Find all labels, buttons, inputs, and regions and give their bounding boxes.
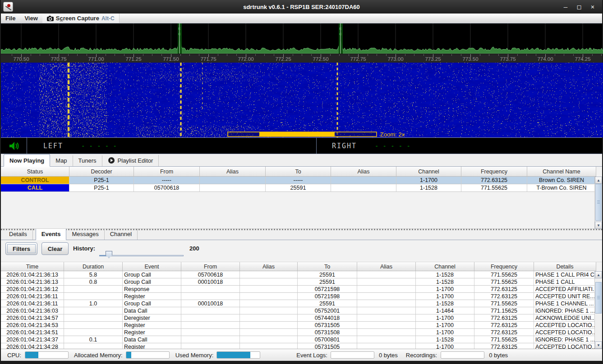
event-row[interactable]: 2026:01:04:21:34:28Register057315051-170… — [1, 343, 596, 349]
event-cell — [240, 271, 298, 278]
event-cell: 05700618 — [181, 271, 240, 278]
np-col-alias[interactable]: Alias — [331, 167, 396, 176]
tick-label: 771.25 — [125, 56, 141, 62]
np-cell: 771.55625 — [461, 184, 527, 191]
np-col-frequency[interactable]: Frequency — [461, 167, 527, 176]
event-cell: 772.63125 — [474, 329, 534, 336]
ev-col-event[interactable]: Event — [123, 262, 181, 271]
now-playing-row[interactable]: CONTROLP25-1----------1-1700772.63125Bro… — [1, 177, 596, 184]
ev-col-channel[interactable]: Channel — [416, 262, 474, 271]
ev-col-duration[interactable]: Duration — [64, 262, 123, 271]
cpu-label: CPU: — [7, 352, 21, 359]
scrollbar-thumb[interactable] — [595, 282, 602, 314]
menu-screen-capture[interactable]: Screen Capture Alt-C — [42, 14, 120, 23]
play-circle-icon — [108, 157, 115, 164]
scrollbar-thumb[interactable] — [595, 184, 602, 221]
minor-ticks — [12, 54, 602, 56]
event-cell: 2026:01:04:21:36:13 — [1, 278, 64, 285]
event-row[interactable]: 2026:01:04:21:34:370.1Data Call057008011… — [1, 336, 596, 343]
event-row[interactable]: 2026:01:04:21:34:51Register057315081-170… — [1, 329, 596, 336]
ev-col-to[interactable]: To — [298, 262, 357, 271]
event-cell: 1-1700 — [416, 314, 474, 321]
np-col-alias[interactable]: Alias — [200, 167, 266, 176]
np-cell: 05700618 — [134, 184, 200, 191]
events-header[interactable]: TimeDurationEventFromAliasToAliasChannel… — [1, 262, 596, 271]
spectrum-canvas: E C E C — [1, 23, 603, 54]
tab-playlist-editor[interactable]: Playlist Editor — [102, 155, 159, 166]
mute-button[interactable] — [1, 138, 27, 154]
audio-channel-right[interactable]: RIGHT - - - - - — [317, 138, 602, 154]
waterfall-canvas: Zoom: 2x — [1, 63, 603, 137]
np-cell: CALL — [1, 184, 69, 191]
tab-now-playing[interactable]: Now Playing — [4, 154, 50, 167]
tab-events[interactable]: Events — [36, 228, 67, 240]
event-cell: Response — [123, 286, 181, 292]
ev-col-frequency[interactable]: Frequency — [474, 262, 534, 271]
event-cell: 771.55625 — [474, 278, 534, 285]
np-col-to[interactable]: To — [266, 167, 331, 176]
audio-channel-left[interactable]: LEFT - - - - - — [27, 138, 317, 154]
tick-label: 774.25 — [575, 56, 590, 62]
event-row[interactable]: 2026:01:04:21:36:12Response057215981-170… — [1, 286, 596, 293]
scroll-up-icon[interactable]: ▲ — [595, 271, 602, 278]
zoom-indicator[interactable] — [228, 132, 377, 136]
channel-marker[interactable]: E C — [339, 23, 343, 54]
events-scrollbar[interactable]: ▲ ▼ — [594, 271, 602, 349]
history-slider[interactable] — [99, 251, 184, 259]
filters-button[interactable]: Filters — [5, 242, 37, 255]
event-cell — [240, 278, 298, 285]
ev-col-details[interactable]: Details — [534, 262, 596, 271]
tab-details[interactable]: Details — [4, 229, 33, 240]
now-playing-header[interactable]: StatusDecoderFromAliasToAliasChannelFreq… — [1, 167, 596, 177]
scroll-up-icon[interactable]: ▲ — [595, 177, 602, 184]
maximize-button[interactable]: □ — [573, 2, 585, 12]
event-row[interactable]: 2026:01:04:21:36:130.8Group Call00010018… — [1, 278, 596, 286]
event-cell: 2026:01:04:21:34:37 — [1, 336, 64, 343]
tab-tuners[interactable]: Tuners — [73, 155, 102, 166]
tick-label: 774.00 — [537, 56, 553, 62]
ev-col-time[interactable]: Time — [1, 262, 64, 271]
events-toolbar: Filters Clear History: 200 — [1, 240, 602, 262]
ev-col-alias[interactable]: Alias — [240, 262, 298, 271]
slider-thumb[interactable] — [106, 251, 112, 258]
event-row[interactable]: 2026:01:04:21:34:57Deregister057440181-1… — [1, 314, 596, 322]
scroll-down-icon[interactable]: ▼ — [595, 341, 602, 349]
ev-col-alias[interactable]: Alias — [357, 262, 416, 271]
event-row[interactable]: 2026:01:04:21:36:135.8Group Call05700618… — [1, 271, 596, 278]
event-cell — [357, 307, 416, 314]
event-row[interactable]: 2026:01:04:21:36:111.0Group Call00010018… — [1, 300, 596, 307]
tab-channel[interactable]: Channel — [105, 229, 138, 240]
np-col-from[interactable]: From — [134, 167, 200, 176]
np-col-decoder[interactable]: Decoder — [69, 167, 134, 176]
event-row[interactable]: 2026:01:04:21:36:03Data Call057520011-14… — [1, 307, 596, 314]
np-col-channel-name[interactable]: Channel Name — [527, 167, 596, 176]
event-row[interactable]: 2026:01:04:21:34:53Register057315051-170… — [1, 322, 596, 329]
ev-col-from[interactable]: From — [181, 262, 240, 271]
tick-label: 771.50 — [163, 56, 179, 62]
channel-marker[interactable]: E C — [178, 23, 182, 54]
clear-button[interactable]: Clear — [41, 242, 69, 255]
event-cell — [240, 329, 298, 336]
title-bar[interactable]: sdrtrunk v0.6.1 - RSP1B SER:240107DA60 –… — [1, 0, 602, 14]
right-channel-label: RIGHT — [332, 142, 357, 150]
tab-messages[interactable]: Messages — [66, 229, 104, 240]
waterfall-display[interactable]: Zoom: 2x — [1, 63, 602, 137]
event-cell — [357, 314, 416, 321]
now-playing-scrollbar[interactable]: ▲ ▼ — [594, 177, 602, 229]
event-cell — [181, 322, 240, 328]
event-cell: 05744018 — [298, 314, 357, 321]
event-cell — [357, 286, 416, 292]
menu-view[interactable]: View — [20, 14, 42, 23]
close-button[interactable]: × — [587, 2, 598, 12]
menu-file[interactable]: File — [1, 14, 20, 23]
frequency-axis[interactable]: 770.50770.75771.00771.25771.50771.75772.… — [1, 54, 602, 63]
tab-map[interactable]: Map — [50, 155, 73, 166]
np-col-channel[interactable]: Channel — [396, 167, 461, 176]
now-playing-row[interactable]: CALLP25-105700618255911-1528771.55625T-B… — [1, 184, 596, 192]
minimize-button[interactable]: – — [560, 2, 571, 12]
event-row[interactable]: 2026:01:04:21:36:11Register057215981-170… — [1, 293, 596, 300]
np-col-status[interactable]: Status — [1, 167, 69, 176]
spectrum-display[interactable]: E C E C — [1, 23, 602, 54]
scroll-down-icon[interactable]: ▼ — [595, 222, 602, 229]
event-cell — [64, 322, 123, 328]
